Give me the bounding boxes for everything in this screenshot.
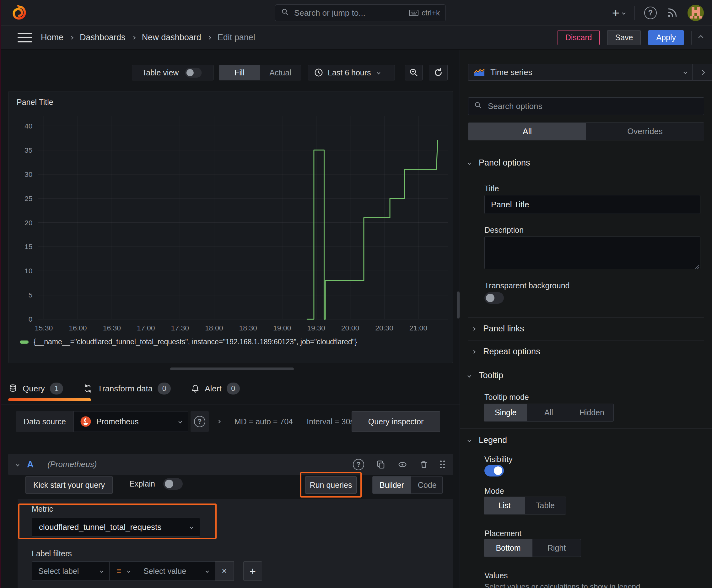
grafana-logo-icon[interactable]	[10, 4, 28, 22]
user-avatar[interactable]	[688, 5, 704, 21]
visualization-value: Time series	[490, 67, 678, 77]
panel-title-input[interactable]	[484, 195, 700, 214]
visualization-picker[interactable]: Time series	[468, 64, 692, 81]
legend-list-option[interactable]: List	[484, 497, 525, 514]
actual-option[interactable]: Actual	[260, 65, 301, 80]
tab-all[interactable]: All	[468, 123, 586, 140]
svg-text:20:00: 20:00	[341, 324, 359, 332]
chart-legend-item[interactable]: {__name__="cloudflared_tunnel_total_requ…	[20, 338, 357, 346]
keyboard-icon	[409, 10, 418, 16]
explain-toggle[interactable]	[163, 478, 183, 490]
panel-links-collapser[interactable]: Panel links	[473, 324, 524, 334]
tab-overrides[interactable]: Overrides	[586, 123, 704, 140]
breadcrumb-dashboards[interactable]: Dashboards	[80, 33, 126, 42]
datasource-help-button[interactable]: ?	[191, 411, 209, 432]
menu-toggle-button[interactable]	[18, 33, 32, 43]
tab-query[interactable]: Query 1	[8, 383, 63, 396]
main-scrollbar-thumb[interactable]	[457, 292, 459, 318]
panel-resize-handle[interactable]	[170, 368, 294, 370]
time-range-label: Last 6 hours	[328, 68, 371, 77]
tooltip-mode-switch: Single All Hidden	[484, 404, 614, 422]
tooltip-single-option[interactable]: Single	[484, 404, 527, 421]
breadcrumb: Home Dashboards New dashboard Edit panel	[41, 33, 255, 42]
series-color-swatch	[20, 340, 28, 344]
query-row-header[interactable]: A (Prometheus) ?	[8, 454, 453, 475]
drag-grip-icon[interactable]	[440, 460, 445, 469]
remove-filter-button[interactable]: ×	[215, 561, 234, 581]
refresh-button[interactable]	[429, 65, 448, 80]
legend-table-option[interactable]: Table	[525, 497, 566, 514]
discard-button[interactable]: Discard	[558, 30, 600, 45]
section-title: Panel options	[479, 158, 530, 168]
label-filter-row: Select label = Select value × +	[32, 561, 262, 581]
repeat-options-collapser[interactable]: Repeat options	[473, 347, 540, 357]
section-panel-options[interactable]: Panel options	[468, 158, 530, 168]
kick-start-query-button[interactable]: Kick start your query	[25, 476, 113, 494]
hide-response-icon[interactable]	[397, 460, 408, 469]
tab-alert-count: 0	[226, 383, 240, 395]
transparent-background-toggle[interactable]	[484, 292, 504, 304]
code-option[interactable]: Code	[411, 477, 443, 493]
tooltip-all-option[interactable]: All	[527, 404, 570, 421]
legend-bottom-option[interactable]: Bottom	[484, 539, 533, 556]
chevron-down-icon	[190, 525, 193, 529]
tooltip-hidden-option[interactable]: Hidden	[570, 404, 613, 421]
builder-option[interactable]: Builder	[373, 477, 411, 493]
help-icon: ?	[194, 416, 205, 427]
legend-right-option[interactable]: Right	[533, 539, 581, 556]
options-search[interactable]	[468, 97, 704, 115]
section-title: Tooltip	[479, 371, 503, 380]
search-input[interactable]	[294, 8, 405, 18]
table-view-toggle[interactable]	[185, 67, 202, 77]
svg-text:19:00: 19:00	[273, 324, 291, 332]
fill-option[interactable]: Fill	[219, 65, 260, 80]
chevron-down-icon	[468, 374, 471, 377]
add-filter-button[interactable]: +	[243, 561, 262, 581]
breadcrumb-new-dashboard[interactable]: New dashboard	[142, 33, 201, 42]
datasource-picker[interactable]: Prometheus	[73, 411, 188, 432]
help-button[interactable]: ?	[644, 6, 657, 19]
global-search[interactable]: ctrl+k	[275, 4, 446, 21]
collapse-options-button[interactable]	[692, 64, 712, 81]
search-shortcut: ctrl+k	[409, 8, 440, 17]
svg-text:16:00: 16:00	[69, 324, 87, 332]
apply-button[interactable]: Apply	[648, 30, 684, 45]
zoom-out-button[interactable]	[405, 65, 423, 80]
save-button[interactable]: Save	[607, 30, 641, 45]
metric-select[interactable]: cloudflared_tunnel_total_requests	[32, 518, 200, 537]
collapse-editor-button[interactable]	[699, 36, 703, 39]
time-series-viz-icon	[474, 68, 485, 76]
tab-transform-data[interactable]: Transform data 0	[83, 383, 171, 396]
options-search-input[interactable]	[487, 101, 698, 111]
news-button[interactable]	[666, 7, 678, 19]
query-inspector-button[interactable]: Query inspector	[352, 411, 440, 432]
legend-visibility-toggle[interactable]	[484, 465, 504, 477]
prometheus-icon	[80, 416, 91, 427]
section-legend[interactable]: Legend	[468, 435, 507, 445]
new-menu-button[interactable]: +	[612, 6, 625, 19]
select-value-dropdown[interactable]: Select value	[137, 561, 215, 581]
chevron-down-icon[interactable]	[16, 463, 19, 466]
legend-placement-label: Placement	[484, 529, 521, 538]
duplicate-icon[interactable]	[376, 460, 386, 469]
description-textarea[interactable]	[484, 236, 700, 269]
breadcrumb-home[interactable]: Home	[41, 33, 63, 42]
section-title: Legend	[479, 435, 507, 445]
trash-icon[interactable]	[419, 460, 428, 469]
panel-links-label: Panel links	[483, 324, 524, 334]
query-ref-id: A	[27, 459, 34, 469]
chevron-right-icon[interactable]	[217, 420, 220, 423]
visualization-panel[interactable]: Panel Title 051015202530354015:3016:0016…	[8, 91, 453, 363]
operator-value: =	[116, 567, 121, 576]
operator-dropdown[interactable]: =	[110, 561, 137, 581]
select-label-dropdown[interactable]: Select label	[32, 561, 110, 581]
run-queries-button[interactable]: Run queries	[305, 476, 357, 494]
plus-icon: +	[612, 6, 619, 19]
section-tooltip[interactable]: Tooltip	[468, 371, 503, 380]
label-filters-label: Label filters	[32, 549, 72, 558]
datasource-value: Prometheus	[96, 417, 174, 426]
query-help-icon[interactable]: ?	[353, 459, 364, 470]
tab-alert[interactable]: Alert 0	[191, 383, 239, 396]
time-range-picker[interactable]: Last 6 hours	[308, 65, 395, 80]
chevron-right-icon	[700, 70, 705, 75]
